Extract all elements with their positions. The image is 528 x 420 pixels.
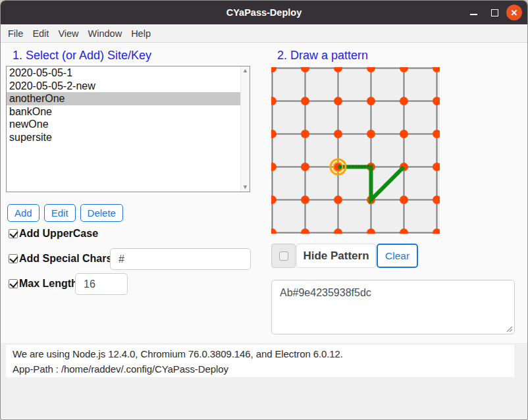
add-special-chars-row: Add Special Chars — [9, 251, 112, 266]
scroll-down-arrow-icon[interactable]: ▼ — [242, 184, 248, 190]
clear-button[interactable]: Clear — [377, 244, 418, 268]
content-area: 1. Select (or Add) Site/Key 2020-05-05-1… — [1, 43, 527, 419]
pattern-dot[interactable] — [271, 97, 277, 105]
pattern-dot[interactable] — [433, 196, 440, 204]
pattern-dot[interactable] — [433, 228, 440, 234]
pattern-dot[interactable] — [433, 130, 440, 138]
special-chars-input[interactable] — [110, 248, 251, 270]
list-item[interactable]: newOne — [7, 118, 240, 131]
menu-item-window[interactable]: Window — [84, 28, 126, 39]
app-window: CYaPass-Deploy ✕ File Edit View Window H… — [0, 0, 528, 420]
edit-button[interactable]: Edit — [44, 204, 76, 222]
close-button[interactable]: ✕ — [506, 5, 522, 20]
pattern-dot[interactable] — [367, 97, 375, 105]
add-button[interactable]: Add — [7, 204, 40, 222]
add-special-chars-label: Add Special Chars — [19, 253, 112, 265]
pattern-canvas[interactable] — [271, 67, 440, 234]
site-key-section-heading: 1. Select (or Add) Site/Key — [13, 49, 151, 63]
status-line-versions: We are using Node.js 12.4.0, Chromium 76… — [13, 347, 514, 362]
max-length-input[interactable] — [75, 273, 128, 295]
pattern-dot[interactable] — [301, 228, 309, 234]
pattern-dot[interactable] — [301, 196, 309, 204]
window-title: CYaPass-Deploy — [226, 7, 302, 18]
listbox-scrollbar[interactable]: ▲ ▼ — [240, 66, 250, 192]
max-length-label: Max Length — [19, 278, 78, 290]
pattern-dot[interactable] — [433, 67, 440, 72]
add-uppercase-row: Add UpperCase — [9, 226, 98, 241]
pattern-dot[interactable] — [433, 163, 440, 171]
scroll-up-arrow-icon[interactable]: ▲ — [242, 68, 248, 74]
minimize-button[interactable] — [469, 9, 477, 16]
close-icon: ✕ — [511, 9, 518, 17]
list-item[interactable]: bankOne — [7, 105, 240, 118]
pattern-dot[interactable] — [271, 130, 277, 138]
menu-item-help[interactable]: Help — [127, 28, 155, 39]
add-uppercase-label: Add UpperCase — [19, 228, 98, 240]
pattern-dot[interactable] — [367, 228, 375, 234]
pattern-dot[interactable] — [301, 163, 309, 171]
pattern-grid[interactable] — [271, 67, 440, 234]
pattern-dot[interactable] — [400, 130, 408, 138]
max-length-checkbox[interactable] — [9, 279, 18, 288]
maximize-icon — [491, 9, 498, 16]
minimize-icon — [470, 14, 477, 15]
password-output[interactable]: Ab#9e4235938f5dc — [271, 280, 515, 334]
add-special-chars-checkbox[interactable] — [9, 254, 18, 263]
pattern-path — [338, 167, 404, 200]
resize-handle-icon[interactable] — [506, 325, 513, 332]
pattern-dot[interactable] — [301, 97, 309, 105]
hide-pattern-checkbox[interactable] — [279, 251, 288, 261]
titlebar: CYaPass-Deploy ✕ — [1, 1, 527, 24]
list-item[interactable]: 2020-05-05-2-new — [7, 80, 240, 93]
pattern-dot[interactable] — [334, 196, 342, 204]
pattern-dot[interactable] — [301, 130, 309, 138]
delete-button[interactable]: Delete — [80, 204, 123, 222]
status-line-app-path: App-Path : /home/raddev/.config/CYaPass-… — [13, 362, 514, 377]
pattern-dot[interactable] — [271, 196, 277, 204]
site-key-listbox[interactable]: 2020-05-05-1 2020-05-05-2-new anotherOne… — [6, 66, 250, 192]
pattern-dot[interactable] — [400, 196, 408, 204]
menu-item-file[interactable]: File — [4, 28, 27, 39]
list-item[interactable]: supersite — [7, 131, 240, 144]
pattern-dot[interactable] — [433, 97, 440, 105]
menu-item-edit[interactable]: Edit — [28, 28, 53, 39]
maximize-button[interactable] — [490, 9, 498, 16]
hide-pattern-checkbox-addon — [271, 244, 296, 268]
pattern-dot[interactable] — [334, 228, 342, 234]
pattern-dot[interactable] — [271, 228, 277, 234]
list-item[interactable]: anotherOne — [7, 92, 240, 105]
list-item[interactable]: 2020-05-05-1 — [7, 66, 240, 80]
pattern-dot[interactable] — [271, 163, 277, 171]
site-key-actions: Add Edit Delete — [7, 204, 123, 222]
status-strip: We are using Node.js 12.4.0, Chromium 76… — [6, 345, 514, 377]
pattern-dot[interactable] — [301, 67, 309, 72]
pattern-dot[interactable] — [400, 228, 408, 234]
pattern-dot[interactable] — [334, 67, 342, 72]
pattern-dot[interactable] — [367, 130, 375, 138]
add-uppercase-checkbox[interactable] — [9, 229, 18, 238]
pattern-dot[interactable] — [334, 130, 342, 138]
menu-item-view[interactable]: View — [54, 28, 82, 39]
menubar: File Edit View Window Help — [1, 24, 527, 43]
pattern-dot[interactable] — [334, 97, 342, 105]
max-length-row: Max Length — [9, 276, 78, 291]
pattern-dot[interactable] — [367, 67, 375, 72]
pattern-dot[interactable] — [400, 97, 408, 105]
pattern-dot[interactable] — [271, 67, 277, 72]
pattern-section-heading: 2. Draw a pattern — [277, 49, 368, 63]
pattern-dot[interactable] — [400, 67, 408, 72]
hide-pattern-label: Hide Pattern — [296, 244, 376, 268]
